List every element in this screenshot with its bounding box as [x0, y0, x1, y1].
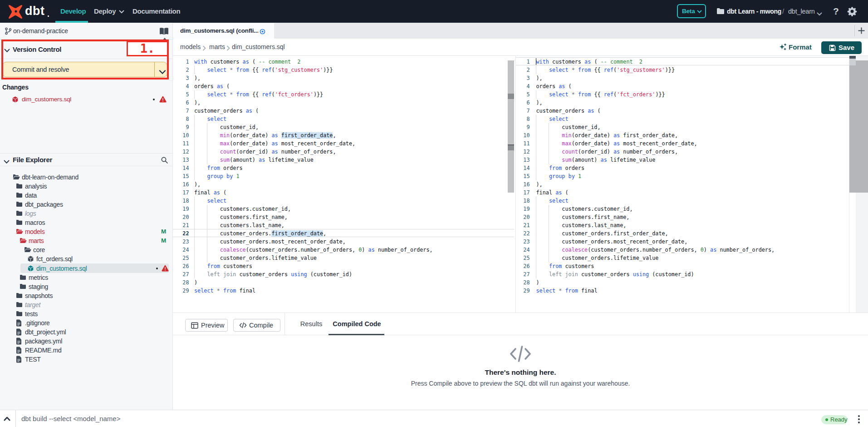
tree-item-tests[interactable]: tests [0, 309, 172, 318]
tree-item-label: tests [25, 309, 38, 318]
compile-label: Compile [249, 319, 273, 331]
code-line: ) [536, 278, 539, 287]
project-name[interactable]: dbt_learn [788, 0, 815, 23]
tree-item-logs[interactable]: logs [0, 209, 172, 218]
save-button[interactable]: Save [821, 41, 862, 54]
account-name[interactable]: dbt Learn - mwong [727, 0, 781, 23]
code-line: from orders [194, 164, 243, 172]
file-icon [16, 356, 22, 365]
line-number: 2 [173, 66, 189, 74]
line-number: 15 [516, 172, 530, 180]
new-tab-button[interactable] [857, 26, 866, 37]
folder-icon [16, 219, 23, 227]
tree-item-label: packages.yml [25, 337, 62, 346]
file-explorer-section-header[interactable]: File Explorer [0, 153, 172, 166]
results-action-row: Preview Compile Results Compiled Code [173, 313, 868, 335]
tree-item-data[interactable]: data [0, 191, 172, 200]
scrollbar-thumb[interactable] [508, 60, 514, 193]
breadcrumb-marts[interactable]: marts [209, 39, 225, 55]
code-pane-right[interactable]: 1with customers as ( -- comment 22 selec… [515, 56, 849, 313]
tree-item-test[interactable]: TEST [0, 355, 172, 364]
unsaved-dot-icon [153, 99, 155, 100]
line-number: 18 [173, 197, 189, 205]
code-line: select [536, 197, 569, 205]
tab-dim-customers[interactable]: dim_customers.sql (confli... [173, 23, 274, 39]
tree-item-dbt-learn-on-demand[interactable]: dbt-learn-on-demand [0, 173, 172, 182]
branch-name[interactable]: on-demand-practice [13, 23, 68, 40]
tree-item-macros[interactable]: macros [0, 218, 172, 227]
tree-item-metrics[interactable]: metrics [0, 273, 172, 282]
tree-item-snapshots[interactable]: snapshots [0, 291, 172, 300]
chevron-down-icon[interactable] [817, 10, 822, 18]
chevron-down-icon [119, 7, 124, 15]
code-line: group by 1 [536, 172, 581, 180]
tree-item-marts[interactable]: martsM [0, 236, 172, 245]
search-icon[interactable] [161, 156, 168, 166]
code-line: select * from final [194, 287, 255, 295]
code-line: sum(amount) as lifetime_value [536, 156, 656, 164]
nav-item-develop[interactable]: Develop [60, 0, 86, 23]
tree-item-label: dbt-learn-on-demand [22, 173, 78, 182]
compile-button[interactable]: Compile [233, 319, 280, 332]
tree-item-label: marts [29, 236, 44, 245]
version-control-title: Version Control [13, 40, 61, 59]
line-number: 19 [173, 205, 189, 213]
code-line: customers.customer_id, [536, 205, 633, 213]
dbt-logo[interactable]: dbt [8, 4, 47, 19]
code-line: ), [536, 99, 543, 107]
tree-item--gitignore[interactable]: .gitignore [0, 318, 172, 328]
line-number: 28 [516, 278, 530, 287]
right-pane-scrollbar-thumb[interactable] [849, 60, 868, 193]
breadcrumb-dim-customers[interactable]: dim_customers.sql [232, 39, 285, 55]
tree-item-readme-md[interactable]: README.md [0, 346, 172, 355]
tree-item-models[interactable]: modelsM [0, 227, 172, 236]
tree-item-staging[interactable]: staging [0, 282, 172, 291]
tree-item-label: logs [25, 209, 36, 218]
code-line: customers.first_name, [194, 213, 288, 221]
help-button[interactable]: ? [833, 0, 839, 23]
code-editor-split: 1with customers as ( -- comment 22 selec… [173, 56, 868, 313]
line-number: 15 [173, 172, 189, 180]
preview-button[interactable]: Preview [185, 319, 228, 332]
commit-and-resolve-button[interactable]: Commit and resolve [2, 62, 167, 77]
line-number: 25 [516, 254, 530, 262]
tree-item-packages-yml[interactable]: packages.yml [0, 337, 172, 346]
ready-dot-icon [825, 418, 828, 421]
tree-item-dim-customers-sql[interactable]: dim_customers.sql [0, 264, 172, 273]
beta-dropdown-button[interactable]: Beta [677, 4, 706, 18]
tree-item-core[interactable]: core [0, 245, 172, 254]
tree-item-dbt-packages[interactable]: dbt_packages [0, 200, 172, 209]
nav-item-deploy[interactable]: Deploy [94, 0, 124, 23]
code-line: group by 1 [194, 172, 239, 180]
tab-results[interactable]: Results [293, 313, 329, 335]
line-number: 27 [173, 270, 189, 278]
line-number: 23 [173, 238, 189, 246]
dbt-logo-icon [8, 4, 24, 19]
code-line: customers.first_name, [536, 213, 630, 221]
sidebar: on-demand-practice Version Control Commi… [0, 23, 173, 410]
tree-item-analysis[interactable]: analysis [0, 182, 172, 191]
code-line: ), [194, 180, 201, 189]
tree-item-fct-orders-sql[interactable]: fct_orders.sql [0, 254, 172, 263]
tree-item-label: data [25, 191, 37, 200]
docs-book-icon[interactable] [159, 27, 169, 37]
chevron-down-icon[interactable] [159, 68, 166, 76]
chevron-up-icon[interactable] [4, 415, 10, 423]
folder-open-icon [20, 237, 27, 245]
nav-item-documentation[interactable]: Documentation [132, 0, 180, 23]
warning-icon [159, 96, 167, 104]
folder-icon [20, 283, 26, 291]
code-pane-left[interactable]: 1with customers as ( -- comment 22 selec… [173, 56, 514, 313]
command-input[interactable]: dbt build --select <model_name> [21, 410, 120, 427]
tab-compiled-code[interactable]: Compiled Code [329, 313, 384, 335]
kebab-menu-icon[interactable] [858, 415, 860, 426]
breadcrumb-models[interactable]: models [180, 39, 201, 55]
left-pane-scrollbar[interactable] [508, 56, 514, 313]
format-button[interactable]: Format [779, 39, 812, 55]
tree-item-target[interactable]: target [0, 300, 172, 309]
tree-item-label: README.md [25, 346, 62, 355]
tree-item-dbt-project-yml[interactable]: dbt_project.yml [0, 328, 172, 337]
changed-file-row[interactable]: dim_customers.sql [0, 94, 172, 104]
gear-icon[interactable] [847, 6, 857, 18]
file-tree: dbt-learn-on-demandanalysisdatadbt_packa… [0, 173, 172, 391]
